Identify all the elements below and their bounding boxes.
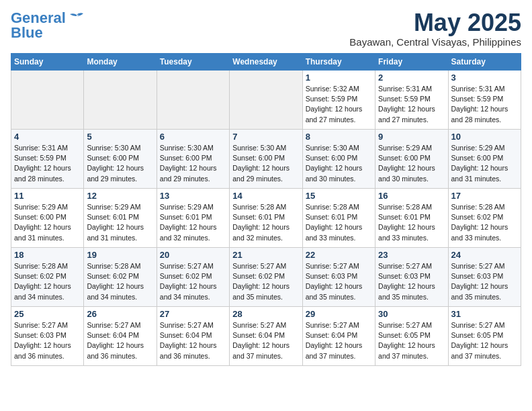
calendar-cell: 9Sunrise: 5:29 AM Sunset: 6:00 PM Daylig… [375, 130, 448, 189]
calendar-cell: 2Sunrise: 5:31 AM Sunset: 5:59 PM Daylig… [375, 71, 448, 130]
page-header: GeneralBlue May 2025 Bayawan, Central Vi… [11, 11, 521, 48]
day-info: Sunrise: 5:27 AM Sunset: 6:04 PM Dayligh… [87, 320, 153, 361]
calendar-cell: 19Sunrise: 5:28 AM Sunset: 6:02 PM Dayli… [84, 248, 157, 307]
weekday-header: Saturday [448, 54, 521, 71]
day-info: Sunrise: 5:28 AM Sunset: 6:01 PM Dayligh… [306, 202, 372, 243]
calendar-cell: 17Sunrise: 5:28 AM Sunset: 6:02 PM Dayli… [448, 189, 521, 248]
day-info: Sunrise: 5:27 AM Sunset: 6:03 PM Dayligh… [451, 261, 518, 302]
calendar-cell: 21Sunrise: 5:27 AM Sunset: 6:02 PM Dayli… [230, 248, 302, 307]
location-subtitle: Bayawan, Central Visayas, Philippines [349, 36, 521, 48]
calendar-header-row: SundayMondayTuesdayWednesdayThursdayFrid… [11, 54, 521, 71]
day-number: 3 [451, 73, 518, 83]
weekday-header: Tuesday [157, 54, 229, 71]
day-number: 4 [14, 132, 81, 142]
calendar-cell: 26Sunrise: 5:27 AM Sunset: 6:04 PM Dayli… [84, 307, 157, 366]
weekday-header: Monday [84, 54, 157, 71]
calendar-cell: 25Sunrise: 5:27 AM Sunset: 6:03 PM Dayli… [11, 307, 84, 366]
day-info: Sunrise: 5:27 AM Sunset: 6:04 PM Dayligh… [160, 320, 226, 361]
day-info: Sunrise: 5:29 AM Sunset: 6:01 PM Dayligh… [160, 202, 226, 243]
day-info: Sunrise: 5:27 AM Sunset: 6:04 PM Dayligh… [232, 320, 299, 361]
weekday-header: Wednesday [230, 54, 302, 71]
day-number: 12 [87, 191, 153, 201]
weekday-header: Friday [375, 54, 448, 71]
day-number: 9 [378, 132, 445, 142]
logo: GeneralBlue [11, 11, 86, 40]
calendar-cell [11, 71, 84, 130]
day-number: 16 [378, 191, 445, 201]
day-number: 31 [451, 309, 518, 319]
day-number: 27 [160, 309, 226, 319]
calendar-week-row: 1Sunrise: 5:32 AM Sunset: 5:59 PM Daylig… [11, 71, 521, 130]
day-number: 23 [378, 250, 445, 260]
day-info: Sunrise: 5:27 AM Sunset: 6:05 PM Dayligh… [378, 320, 445, 361]
day-number: 30 [378, 309, 445, 319]
weekday-header: Sunday [11, 54, 84, 71]
calendar-cell: 16Sunrise: 5:28 AM Sunset: 6:01 PM Dayli… [375, 189, 448, 248]
calendar-cell: 4Sunrise: 5:31 AM Sunset: 5:59 PM Daylig… [11, 130, 84, 189]
day-info: Sunrise: 5:27 AM Sunset: 6:03 PM Dayligh… [14, 320, 81, 361]
calendar-cell [84, 71, 157, 130]
calendar-cell: 23Sunrise: 5:27 AM Sunset: 6:03 PM Dayli… [375, 248, 448, 307]
calendar-cell: 7Sunrise: 5:30 AM Sunset: 6:00 PM Daylig… [230, 130, 302, 189]
day-info: Sunrise: 5:28 AM Sunset: 6:02 PM Dayligh… [14, 261, 81, 302]
day-info: Sunrise: 5:30 AM Sunset: 6:00 PM Dayligh… [232, 143, 299, 184]
calendar-table: SundayMondayTuesdayWednesdayThursdayFrid… [11, 53, 521, 366]
calendar-cell: 20Sunrise: 5:27 AM Sunset: 6:02 PM Dayli… [157, 248, 229, 307]
day-number: 24 [451, 250, 518, 260]
day-info: Sunrise: 5:27 AM Sunset: 6:04 PM Dayligh… [306, 320, 372, 361]
logo-bird-icon [67, 12, 86, 27]
day-info: Sunrise: 5:31 AM Sunset: 5:59 PM Dayligh… [451, 84, 518, 125]
day-number: 11 [14, 191, 81, 201]
calendar-week-row: 4Sunrise: 5:31 AM Sunset: 5:59 PM Daylig… [11, 130, 521, 189]
calendar-cell: 8Sunrise: 5:30 AM Sunset: 6:00 PM Daylig… [302, 130, 375, 189]
day-number: 28 [232, 309, 299, 319]
calendar-cell: 14Sunrise: 5:28 AM Sunset: 6:01 PM Dayli… [230, 189, 302, 248]
day-info: Sunrise: 5:31 AM Sunset: 5:59 PM Dayligh… [378, 84, 445, 125]
day-number: 13 [160, 191, 226, 201]
day-number: 20 [160, 250, 226, 260]
day-info: Sunrise: 5:28 AM Sunset: 6:01 PM Dayligh… [232, 202, 299, 243]
month-title: May 2025 [349, 11, 521, 35]
calendar-week-row: 25Sunrise: 5:27 AM Sunset: 6:03 PM Dayli… [11, 307, 521, 366]
day-info: Sunrise: 5:31 AM Sunset: 5:59 PM Dayligh… [14, 143, 81, 184]
calendar-week-row: 18Sunrise: 5:28 AM Sunset: 6:02 PM Dayli… [11, 248, 521, 307]
day-info: Sunrise: 5:29 AM Sunset: 6:00 PM Dayligh… [378, 143, 445, 184]
day-info: Sunrise: 5:32 AM Sunset: 5:59 PM Dayligh… [306, 84, 372, 125]
calendar-cell: 3Sunrise: 5:31 AM Sunset: 5:59 PM Daylig… [448, 71, 521, 130]
day-number: 10 [451, 132, 518, 142]
calendar-cell: 12Sunrise: 5:29 AM Sunset: 6:01 PM Dayli… [84, 189, 157, 248]
day-info: Sunrise: 5:29 AM Sunset: 6:01 PM Dayligh… [87, 202, 153, 243]
day-number: 29 [306, 309, 372, 319]
day-info: Sunrise: 5:29 AM Sunset: 6:00 PM Dayligh… [451, 143, 518, 184]
day-info: Sunrise: 5:27 AM Sunset: 6:02 PM Dayligh… [232, 261, 299, 302]
calendar-cell: 1Sunrise: 5:32 AM Sunset: 5:59 PM Daylig… [302, 71, 375, 130]
day-number: 21 [232, 250, 299, 260]
weekday-header: Thursday [302, 54, 375, 71]
calendar-cell: 27Sunrise: 5:27 AM Sunset: 6:04 PM Dayli… [157, 307, 229, 366]
calendar-cell: 13Sunrise: 5:29 AM Sunset: 6:01 PM Dayli… [157, 189, 229, 248]
day-info: Sunrise: 5:30 AM Sunset: 6:00 PM Dayligh… [160, 143, 226, 184]
day-number: 2 [378, 73, 445, 83]
day-number: 26 [87, 309, 153, 319]
day-info: Sunrise: 5:28 AM Sunset: 6:01 PM Dayligh… [378, 202, 445, 243]
day-number: 15 [306, 191, 372, 201]
calendar-cell: 10Sunrise: 5:29 AM Sunset: 6:00 PM Dayli… [448, 130, 521, 189]
day-number: 25 [14, 309, 81, 319]
day-info: Sunrise: 5:28 AM Sunset: 6:02 PM Dayligh… [451, 202, 518, 243]
day-number: 8 [306, 132, 372, 142]
calendar-cell [157, 71, 229, 130]
calendar-cell: 5Sunrise: 5:30 AM Sunset: 6:00 PM Daylig… [84, 130, 157, 189]
logo-text: GeneralBlue [11, 11, 66, 40]
day-number: 6 [160, 132, 226, 142]
calendar-cell: 18Sunrise: 5:28 AM Sunset: 6:02 PM Dayli… [11, 248, 84, 307]
day-number: 5 [87, 132, 153, 142]
calendar-cell: 30Sunrise: 5:27 AM Sunset: 6:05 PM Dayli… [375, 307, 448, 366]
calendar-cell: 15Sunrise: 5:28 AM Sunset: 6:01 PM Dayli… [302, 189, 375, 248]
day-info: Sunrise: 5:30 AM Sunset: 6:00 PM Dayligh… [306, 143, 372, 184]
calendar-week-row: 11Sunrise: 5:29 AM Sunset: 6:00 PM Dayli… [11, 189, 521, 248]
calendar-cell: 24Sunrise: 5:27 AM Sunset: 6:03 PM Dayli… [448, 248, 521, 307]
day-info: Sunrise: 5:28 AM Sunset: 6:02 PM Dayligh… [87, 261, 153, 302]
day-number: 1 [306, 73, 372, 83]
day-number: 17 [451, 191, 518, 201]
day-info: Sunrise: 5:29 AM Sunset: 6:00 PM Dayligh… [14, 202, 81, 243]
